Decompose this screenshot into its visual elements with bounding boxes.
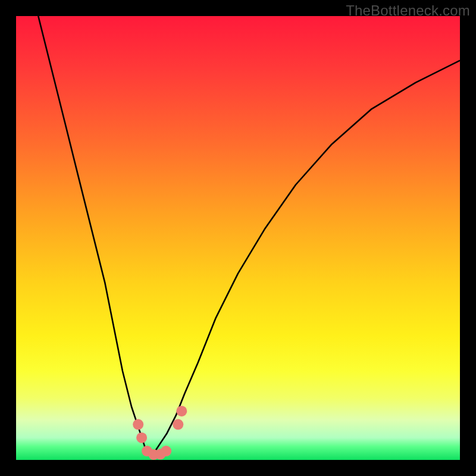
marker-cluster-right-upper xyxy=(176,406,187,416)
marker-cluster-left-lower xyxy=(136,433,147,443)
bottleneck-curve xyxy=(38,16,460,453)
marker-cluster-right-lower xyxy=(173,419,183,430)
chart-svg xyxy=(16,16,460,460)
outer-frame: TheBottleneck.com xyxy=(0,0,476,476)
watermark-text: TheBottleneck.com xyxy=(346,2,470,19)
marker-cluster-left-upper xyxy=(133,419,143,430)
plot-area xyxy=(16,16,460,460)
marker-cluster-min-4 xyxy=(161,446,171,456)
